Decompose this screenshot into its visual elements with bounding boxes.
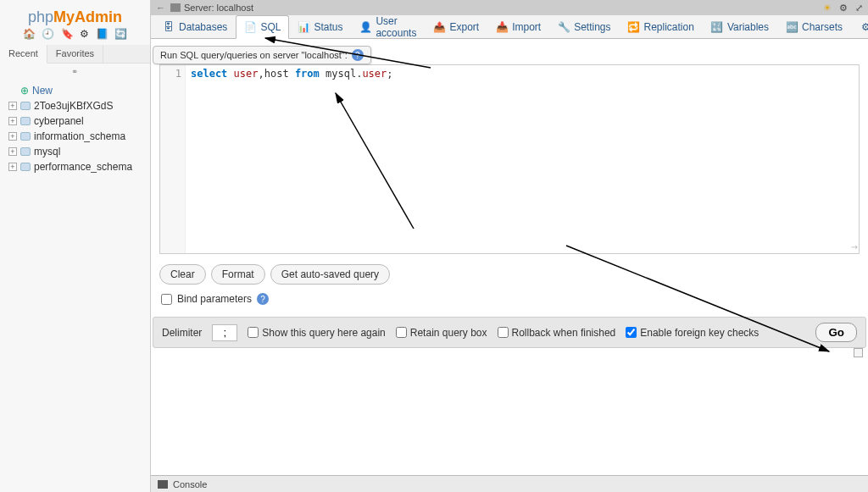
star-icon[interactable]: ☀ — [823, 3, 832, 13]
tab-label: SQL — [260, 21, 281, 33]
tree-item-label: information_schema — [34, 130, 125, 142]
recent-icon[interactable]: 🕘 — [42, 28, 54, 40]
db-tree: ⊕New +2Toe3ujKBfXGdS +cyberpanel +inform… — [0, 80, 150, 174]
tab-label: Databases — [179, 21, 227, 33]
reload-icon[interactable]: 🔄 — [114, 28, 127, 40]
wrench-icon: 🔧 — [558, 21, 570, 33]
show-again-checkbox[interactable] — [248, 327, 259, 338]
console-bar[interactable]: Console — [151, 475, 868, 492]
variables-icon: 🔣 — [711, 21, 723, 33]
tab-variables[interactable]: 🔣Variables — [703, 15, 777, 38]
retain-label: Retain query box — [410, 327, 487, 339]
kw-select: select — [191, 68, 227, 80]
tab-label: Import — [512, 21, 541, 33]
retain-option[interactable]: Retain query box — [396, 327, 487, 339]
sidebar: phpMyAdmin 🏠 🕘 🔖 ⚙ 📘 🔄 Recent Favorites … — [0, 0, 151, 492]
go-button[interactable]: Go — [815, 323, 857, 342]
tab-label: Variables — [727, 21, 769, 33]
tab-favorites[interactable]: Favorites — [47, 45, 103, 63]
tab-label: Replication — [644, 21, 694, 33]
tab-status[interactable]: 📊Status — [289, 15, 351, 38]
server-icon — [170, 3, 181, 12]
rollback-checkbox[interactable] — [498, 327, 509, 338]
tree-item-label: performance_schema — [34, 161, 132, 173]
fk-option[interactable]: Enable foreign key checks — [626, 327, 759, 339]
logo-toolbar: 🏠 🕘 🔖 ⚙ 📘 🔄 — [0, 28, 150, 45]
tab-charsets[interactable]: 🔤Charsets — [777, 15, 851, 38]
tab-sql[interactable]: 📄SQL — [236, 15, 289, 39]
tab-replication[interactable]: 🔁Replication — [620, 15, 703, 38]
tree-item[interactable]: +performance_schema — [3, 159, 150, 174]
tab-users[interactable]: 👤User accounts — [351, 15, 425, 38]
editor-buttons: Clear Format Get auto-saved query — [159, 264, 860, 285]
logo-part-php: php — [28, 8, 53, 25]
tree-item-label: mysql — [34, 146, 60, 158]
line-gutter: 1 — [160, 65, 186, 253]
comma: , — [259, 68, 264, 80]
help-icon[interactable]: ? — [352, 49, 364, 61]
tree-item[interactable]: +mysql — [3, 144, 150, 159]
docs-icon[interactable]: 📘 — [96, 28, 108, 40]
clear-button[interactable]: Clear — [159, 264, 206, 285]
tab-settings[interactable]: 🔧Settings — [549, 15, 619, 38]
back-icon[interactable]: ← — [156, 3, 165, 13]
rollback-option[interactable]: Rollback when finished — [498, 327, 616, 339]
pkg: mysql — [326, 68, 356, 80]
import-icon: 📥 — [496, 21, 508, 33]
tab-label: Export — [449, 21, 479, 33]
logo-part-myadmin: MyAdmin — [53, 8, 122, 25]
sql-panel: Run SQL query/queries on server "localho… — [151, 39, 868, 492]
bind-params-row: Bind parameters ? — [161, 293, 858, 305]
help-icon[interactable]: ? — [257, 293, 269, 305]
tab-recent[interactable]: Recent — [0, 45, 47, 64]
tree-item[interactable]: +cyberpanel — [3, 113, 150, 129]
code-area[interactable]: select user,host from mysql.user; — [186, 65, 859, 253]
tree-item[interactable]: +2Toe3ujKBfXGdS — [3, 98, 150, 113]
show-again-label: Show this query here again — [262, 327, 385, 339]
col-host: host — [264, 68, 289, 80]
expand-icon[interactable]: + — [8, 163, 17, 171]
engine-icon: ⚙ — [860, 21, 868, 33]
gear-icon[interactable]: ⚙ — [839, 3, 848, 13]
show-again-option[interactable]: Show this query here again — [248, 327, 385, 339]
breadcrumb: ← Server: localhost ☀ ⚙ ⤢ — [151, 0, 868, 15]
db-icon — [20, 117, 31, 125]
expand-icon[interactable]: + — [8, 132, 17, 141]
logo: phpMyAdmin — [0, 0, 150, 28]
db-icon — [20, 163, 31, 171]
home-icon[interactable]: 🏠 — [23, 28, 36, 40]
db-icon — [20, 132, 31, 141]
expand-icon[interactable]: + — [8, 147, 17, 156]
bind-params-checkbox[interactable] — [161, 294, 172, 305]
sql-icon: 📄 — [244, 21, 256, 33]
tree-item[interactable]: +information_schema — [3, 129, 150, 144]
kw-from: from — [295, 68, 320, 80]
autosave-button[interactable]: Get auto-saved query — [270, 264, 390, 285]
breadcrumb-right-icons: ☀ ⚙ ⤢ — [818, 3, 863, 14]
format-button[interactable]: Format — [211, 264, 265, 285]
sql-editor[interactable]: 1 select user,host from mysql.user; ↘ — [159, 64, 860, 254]
expand-icon[interactable]: ⤢ — [855, 3, 863, 13]
col-user: user — [234, 68, 259, 80]
tab-label: Status — [314, 21, 342, 33]
query-hint: Run SQL query/queries on server "localho… — [153, 46, 371, 64]
console-label: Console — [173, 479, 207, 489]
bookmark-icon[interactable]: 🔖 — [61, 28, 74, 40]
main-tabs: 🗄Databases 📄SQL 📊Status 👤User accounts 📤… — [151, 15, 868, 39]
bind-params-label: Bind parameters — [177, 293, 252, 305]
tab-databases[interactable]: 🗄Databases — [154, 15, 236, 38]
expand-icon[interactable]: + — [8, 102, 17, 110]
tab-export[interactable]: 📤Export — [425, 15, 487, 38]
delimiter-input[interactable] — [212, 324, 237, 341]
tab-engines[interactable]: ⚙Engines — [851, 15, 868, 38]
breadcrumb-server-label: Server: — [184, 3, 214, 13]
collapse-icon[interactable] — [854, 348, 863, 357]
tab-import[interactable]: 📥Import — [487, 15, 549, 38]
tab-label: Settings — [574, 21, 610, 33]
settings-icon[interactable]: ⚙ — [80, 28, 89, 40]
retain-checkbox[interactable] — [396, 327, 407, 338]
tree-new[interactable]: ⊕New — [3, 83, 150, 98]
fk-checkbox[interactable] — [626, 327, 637, 338]
console-icon — [158, 480, 168, 489]
expand-icon[interactable]: + — [8, 117, 17, 125]
